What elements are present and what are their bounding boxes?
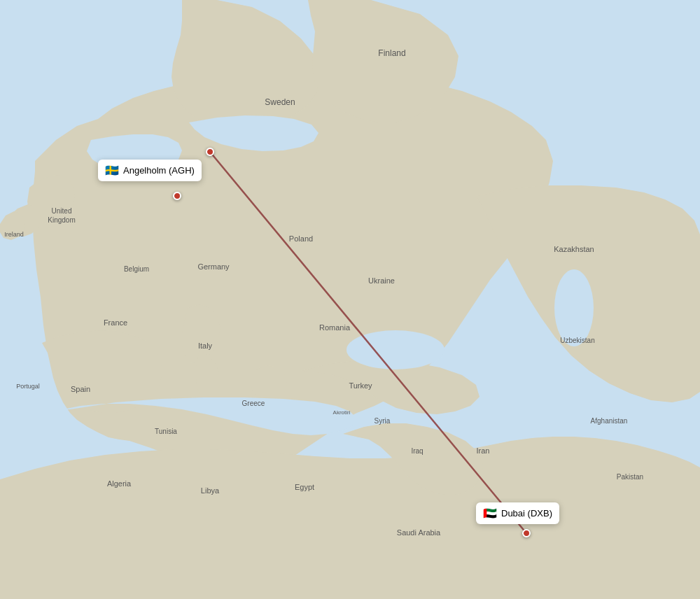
svg-text:Greece: Greece	[242, 400, 265, 407]
sweden-flag: 🇸🇪	[105, 164, 119, 177]
svg-text:Ireland: Ireland	[4, 231, 24, 238]
svg-text:Germany: Germany	[197, 262, 230, 271]
svg-text:Turkey: Turkey	[349, 381, 372, 390]
svg-text:Finland: Finland	[378, 48, 405, 58]
svg-text:Syria: Syria	[374, 417, 391, 425]
svg-text:Ukraine: Ukraine	[368, 276, 395, 285]
dxb-label: 🇦🇪 Dubai (DXB)	[476, 502, 559, 524]
svg-text:Libya: Libya	[201, 486, 220, 495]
agh-label: 🇸🇪 Angelholm (AGH)	[98, 160, 202, 181]
svg-text:Afghanistan: Afghanistan	[591, 417, 628, 425]
svg-text:Algeria: Algeria	[107, 479, 132, 488]
agh-name: Angelholm (AGH)	[123, 165, 195, 176]
svg-text:France: France	[104, 318, 127, 327]
svg-text:Spain: Spain	[71, 385, 90, 393]
agh-dot-north	[206, 148, 214, 156]
map-svg: Finland Sweden United Kingdom Ireland Ge…	[0, 0, 700, 599]
svg-text:Belgium: Belgium	[124, 265, 149, 273]
svg-text:Portugal: Portugal	[16, 383, 40, 390]
svg-point-1	[554, 269, 594, 346]
svg-text:Kingdom: Kingdom	[48, 216, 75, 224]
svg-text:Akrotiri: Akrotiri	[333, 409, 351, 416]
svg-point-2	[346, 330, 444, 369]
svg-text:Tunisia: Tunisia	[155, 428, 177, 435]
svg-text:Sweden: Sweden	[265, 97, 295, 107]
svg-text:Iraq: Iraq	[411, 447, 423, 455]
svg-text:Poland: Poland	[289, 234, 313, 243]
svg-text:Romania: Romania	[319, 323, 351, 332]
svg-text:Kazakhstan: Kazakhstan	[554, 245, 594, 253]
dxb-dot	[522, 529, 531, 537]
svg-text:Uzbekistan: Uzbekistan	[560, 337, 594, 344]
dxb-name: Dubai (DXB)	[501, 508, 552, 519]
svg-text:Pakistan: Pakistan	[617, 473, 643, 481]
uae-flag: 🇦🇪	[483, 507, 497, 520]
svg-text:Iran: Iran	[477, 446, 490, 455]
agh-dot-south	[173, 192, 181, 200]
svg-text:Egypt: Egypt	[295, 483, 314, 491]
svg-text:United: United	[52, 207, 72, 215]
map-container: Finland Sweden United Kingdom Ireland Ge…	[0, 0, 700, 599]
svg-text:Saudi Arabia: Saudi Arabia	[397, 528, 441, 537]
svg-text:Italy: Italy	[198, 341, 213, 350]
